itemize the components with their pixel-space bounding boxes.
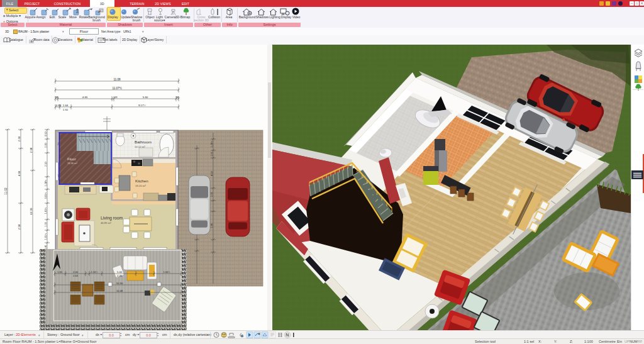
svg-text:1.65: 1.65 [57,270,63,274]
svg-text:0.50: 0.50 [45,131,47,136]
svg-text:36: 36 [55,96,58,99]
svg-text:4.50: 4.50 [211,171,213,175]
svg-text:2.00: 2.00 [73,270,79,274]
svg-text:4.90: 4.90 [18,170,21,176]
svg-text:2.08: 2.08 [30,147,33,153]
svg-text:11.07½: 11.07½ [113,86,122,90]
svg-text:19.20 m²: 19.20 m² [135,184,146,187]
svg-text:2.35: 2.35 [117,274,123,277]
svg-text:46.85 m²: 46.85 m² [101,221,111,225]
svg-text:2.50: 2.50 [45,162,47,166]
svg-text:11.02: 11.02 [4,187,8,195]
svg-text:1.34¾: 1.34¾ [163,270,170,274]
svg-text:2.00: 2.00 [45,143,47,147]
svg-text:5.00: 5.00 [117,270,123,274]
svg-text:1.01: 1.01 [211,152,213,156]
svg-text:2.01: 2.01 [211,192,213,196]
svg-text:43: 43 [114,96,118,99]
svg-text:10.30: 10.30 [30,208,33,215]
svg-text:2.58: 2.58 [18,224,21,230]
svg-text:10.30: 10.30 [116,282,123,285]
svg-text:2.00: 2.00 [18,136,21,141]
svg-text:36: 36 [176,96,179,99]
svg-text:1.98: 1.98 [211,223,213,228]
svg-text:1.24¾: 1.24¾ [45,179,47,186]
svg-text:1.51: 1.51 [63,108,69,111]
svg-text:1.01¾: 1.01¾ [45,233,47,240]
svg-text:14.12 m²: 14.12 m² [135,145,145,148]
svg-text:Bathroom: Bathroom [135,140,152,144]
svg-text:Living room: Living room [101,216,123,221]
svg-text:18.36 m²: 18.36 m² [67,162,77,165]
svg-text:N: N [286,333,289,337]
svg-text:5.60: 5.60 [143,96,148,99]
svg-text:1.41: 1.41 [45,245,47,249]
svg-text:2.63: 2.63 [73,274,79,277]
svg-text:1.64: 1.64 [63,104,69,107]
svg-text:1.33: 1.33 [45,222,47,226]
svg-text:0.83: 0.83 [56,104,62,107]
svg-text:4.65: 4.65 [82,96,88,99]
svg-text:9.17½: 9.17½ [138,104,147,107]
svg-text:11.08: 11.08 [116,289,123,292]
svg-text:1.28¾: 1.28¾ [211,140,213,147]
svg-text:11.08: 11.08 [113,78,121,81]
svg-text:3.01½: 3.01½ [45,192,47,199]
svg-text:1.81¼: 1.81¼ [45,207,47,214]
svg-text:1.16¾: 1.16¾ [91,270,98,274]
svg-text:Kitchen: Kitchen [135,179,148,183]
svg-text:Floor: Floor [67,157,76,161]
